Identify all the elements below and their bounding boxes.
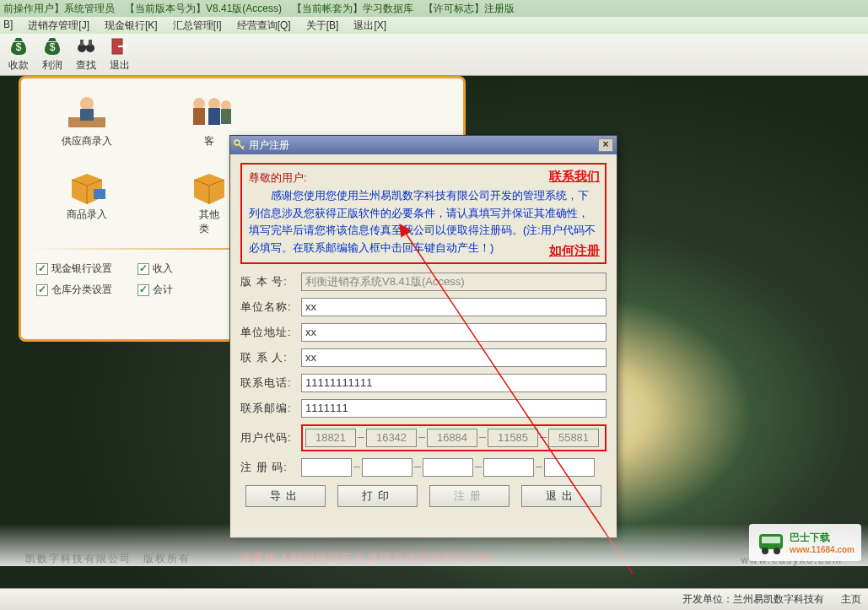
user-code-5: 55881 bbox=[548, 429, 599, 447]
icon-label: 其他类 bbox=[199, 208, 219, 236]
warehouse-setting[interactable]: 仓库分类设置 bbox=[36, 283, 112, 297]
person-desk-icon bbox=[63, 94, 111, 131]
svg-point-9 bbox=[80, 97, 94, 111]
print-button[interactable]: 打印 bbox=[337, 485, 418, 507]
accounting-setting[interactable]: 会计 bbox=[137, 283, 173, 297]
message-text: 感谢您使用您使用兰州易凯数字科技有限公司开发的管理系统，下列信息涉及您获得正版软… bbox=[249, 187, 598, 257]
key-icon bbox=[234, 139, 245, 151]
menu-item[interactable]: 进销存管理[J] bbox=[28, 19, 89, 32]
check-label: 仓库分类设置 bbox=[51, 283, 112, 297]
box-icon bbox=[186, 167, 233, 204]
toolbar-label: 收款 bbox=[8, 58, 29, 73]
cash-bank-setting[interactable]: 现金银行设置 bbox=[36, 262, 112, 276]
menu-item[interactable]: 退出[X] bbox=[353, 19, 386, 32]
menu-bar: B] 进销存管理[J] 现金银行[K] 汇总管理[I] 经营查询[Q] 关于[B… bbox=[0, 17, 868, 34]
user-code-2: 16342 bbox=[366, 429, 417, 447]
register-dialog: 用户注册 × 联系我们 尊敬的用户: 感谢您使用您使用兰州易凯数字科技有限公司开… bbox=[229, 135, 617, 538]
toolbar-profit[interactable]: $ 利润 bbox=[35, 35, 69, 74]
svg-rect-21 bbox=[762, 537, 780, 543]
svg-text:$: $ bbox=[16, 41, 22, 53]
version-field bbox=[301, 273, 607, 291]
reg-code-5[interactable] bbox=[544, 458, 595, 477]
copyright-text: 凯数字科技有限公司 版权所有 bbox=[25, 552, 191, 566]
check-label: 现金银行设置 bbox=[51, 262, 112, 276]
svg-point-23 bbox=[774, 548, 780, 554]
export-button[interactable]: 导出 bbox=[245, 485, 326, 507]
exit-icon bbox=[110, 36, 130, 57]
register-button[interactable]: 注册 bbox=[429, 485, 509, 507]
dialog-titlebar[interactable]: 用户注册 × bbox=[230, 136, 617, 154]
reg-code-3[interactable] bbox=[423, 458, 473, 477]
unit-addr-field[interactable] bbox=[301, 323, 607, 342]
checkbox-icon bbox=[36, 263, 48, 275]
logo-text: 巴士下载 bbox=[790, 531, 855, 545]
toolbar-search[interactable]: 查找 bbox=[69, 35, 103, 74]
greeting-text: 尊敬的用户: bbox=[249, 170, 598, 187]
toolbar-receipt[interactable]: $ 收款 bbox=[2, 35, 35, 74]
toolbar: $ 收款 $ 利润 查找 退出 bbox=[0, 34, 868, 76]
contact-person-label: 联 系 人: bbox=[240, 350, 296, 365]
svg-point-22 bbox=[762, 548, 768, 554]
supplier-entry-icon[interactable]: 供应商录入 bbox=[36, 94, 137, 148]
checkbox-icon bbox=[137, 263, 149, 275]
box-icon bbox=[63, 167, 111, 204]
svg-rect-4 bbox=[84, 46, 88, 48]
binoculars-icon bbox=[76, 36, 96, 57]
toolbar-exit[interactable]: 退出 bbox=[103, 35, 137, 74]
user-code-1: 18821 bbox=[305, 429, 356, 447]
menu-item[interactable]: B] bbox=[3, 19, 13, 32]
message-box: 联系我们 尊敬的用户: 感谢您使用您使用兰州易凯数字科技有限公司开发的管理系统，… bbox=[240, 163, 607, 264]
user-code-label: 用户代码: bbox=[240, 430, 296, 445]
money-bag-icon: $ bbox=[8, 36, 29, 57]
svg-rect-5 bbox=[80, 40, 84, 46]
user-code-group: 18821 16342 16884 11585 55881 bbox=[301, 424, 607, 451]
toolbar-label: 利润 bbox=[42, 58, 62, 73]
status-dev-unit: 开发单位：兰州易凯数字科技有 bbox=[682, 592, 824, 607]
svg-point-13 bbox=[208, 98, 220, 110]
checkbox-icon bbox=[137, 284, 149, 296]
checkbox-icon bbox=[36, 284, 48, 296]
status-bar: 开发单位：兰州易凯数字科技有 主页 bbox=[0, 588, 868, 610]
unit-addr-label: 单位地址: bbox=[240, 325, 296, 340]
svg-point-11 bbox=[193, 98, 205, 110]
zip-label: 联系邮编: bbox=[240, 401, 296, 416]
svg-rect-10 bbox=[80, 109, 94, 121]
watermark-logo: 巴士下载www.11684.com bbox=[749, 524, 861, 561]
income-setting[interactable]: 收入 bbox=[137, 262, 173, 276]
reg-code-label: 注 册 码: bbox=[240, 460, 296, 475]
svg-rect-16 bbox=[221, 109, 231, 124]
product-entry-icon[interactable]: 商品录入 bbox=[36, 167, 137, 236]
bus-icon bbox=[756, 527, 786, 558]
version-label: 版 本 号: bbox=[240, 274, 296, 289]
copyright-footer: 凯数字科技有限公司 版权所有 www.easyko.com bbox=[0, 524, 868, 566]
menu-item[interactable]: 现金银行[K] bbox=[105, 19, 158, 32]
status-homepage: 主页 bbox=[841, 592, 861, 607]
menu-item[interactable]: 汇总管理[I] bbox=[173, 19, 222, 32]
check-label: 会计 bbox=[153, 283, 173, 297]
menu-item[interactable]: 关于[B] bbox=[306, 19, 339, 32]
people-icon bbox=[186, 94, 233, 131]
phone-label: 联系电话: bbox=[240, 375, 296, 391]
svg-rect-17 bbox=[94, 189, 105, 199]
reg-code-4[interactable] bbox=[483, 458, 534, 477]
unit-name-field[interactable] bbox=[301, 298, 607, 316]
reg-code-1[interactable] bbox=[301, 458, 352, 477]
unit-name-label: 单位名称: bbox=[240, 300, 296, 315]
logo-url: www.11684.com bbox=[790, 545, 855, 554]
contact-us-link[interactable]: 联系我们 bbox=[549, 166, 600, 186]
toolbar-label: 查找 bbox=[76, 58, 96, 73]
zip-field[interactable] bbox=[301, 399, 607, 418]
reg-code-group bbox=[301, 458, 607, 477]
svg-rect-6 bbox=[89, 40, 92, 46]
svg-rect-12 bbox=[193, 108, 205, 125]
workspace: 供应商录入 客 商品录入 其他类 现金银行设置 收入 仓库分类设置 会计 用户注… bbox=[0, 76, 868, 588]
exit-button[interactable]: 退出 bbox=[521, 485, 601, 507]
check-label: 收入 bbox=[153, 262, 173, 276]
how-to-register-link[interactable]: 如何注册 bbox=[549, 240, 600, 261]
reg-code-2[interactable] bbox=[362, 458, 412, 477]
close-button[interactable]: × bbox=[598, 138, 613, 152]
menu-item[interactable]: 经营查询[Q] bbox=[237, 19, 291, 32]
phone-field[interactable] bbox=[301, 374, 607, 392]
user-code-4: 11585 bbox=[488, 429, 538, 447]
contact-person-field[interactable] bbox=[301, 348, 607, 367]
